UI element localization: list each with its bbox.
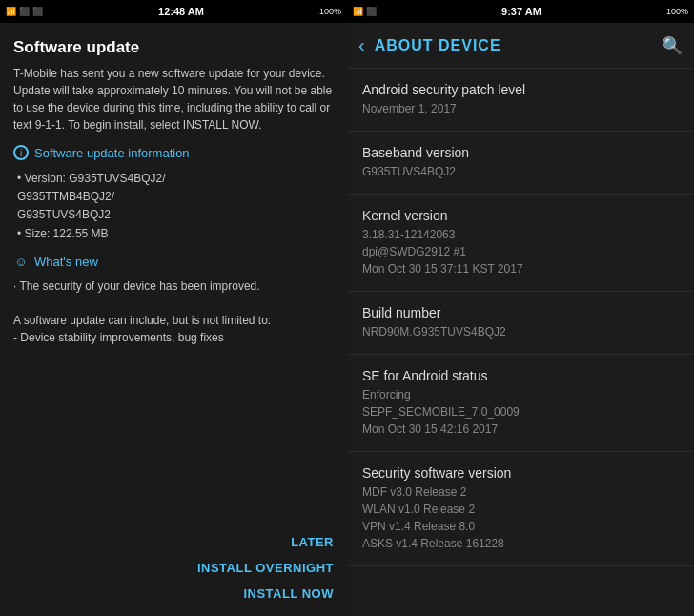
wifi-icon: ⬛: [19, 7, 30, 16]
info-item-value: November 1, 2017: [362, 100, 679, 117]
info-item-label: SE for Android status: [362, 368, 679, 383]
left-status-icons-right: 📶 ⬛: [353, 7, 377, 16]
info-item-value: NRD90M.G935TUVS4BQJ2: [362, 323, 679, 340]
right-panel: 📶 ⬛ 9:37 AM 100% ‹ ABOUT DEVICE 🔍 Androi…: [347, 0, 694, 616]
whats-new-body: · The security of your device has been i…: [13, 277, 334, 346]
wifi-icon-right: ⬛: [366, 7, 377, 16]
status-bar-right: 📶 ⬛ 9:37 AM 100%: [347, 0, 694, 23]
info-item-value: MDF v3.0 Release 2 WLAN v1.0 Release 2 V…: [362, 483, 679, 552]
info-item-label: Baseband version: [362, 145, 679, 160]
info-item-label: Security software version: [362, 465, 679, 481]
info-item-value: Enforcing SEPF_SECMOBILE_7.0_0009 Mon Oc…: [362, 386, 679, 438]
page-title: ABOUT DEVICE: [375, 37, 662, 54]
top-bar: ‹ ABOUT DEVICE 🔍: [347, 23, 694, 69]
info-item-value: 3.18.31-12142063 dpi@SWDG2912 #1 Mon Oct…: [362, 226, 679, 277]
left-status-icons: 📶 ⬛ ⬛: [6, 7, 43, 16]
time-left: 12:48 AM: [158, 6, 204, 17]
status-bar-left: 📶 ⬛ ⬛ 12:48 AM 100%: [0, 0, 347, 23]
info-item: Android security patch levelNovember 1, …: [347, 69, 694, 132]
right-status-icons-left: 100%: [319, 7, 341, 16]
software-update-title: Software update: [13, 38, 334, 57]
whats-new-section: ☺ What's new: [13, 255, 334, 270]
software-update-info-link[interactable]: i Software update information: [13, 145, 334, 160]
info-circle-icon: i: [13, 145, 29, 160]
bluetooth-icon: ⬛: [32, 7, 43, 16]
right-status-icons-right: 100%: [666, 7, 688, 16]
info-item: SE for Android statusEnforcing SEPF_SECM…: [347, 355, 694, 452]
action-buttons: LATER INSTALL OVERNIGHT INSTALL NOW: [0, 524, 347, 616]
info-item-value: G935TUVS4BQJ2: [362, 163, 679, 180]
battery-icon-right: 100%: [666, 7, 688, 16]
later-button[interactable]: LATER: [291, 531, 334, 553]
left-panel: 📶 ⬛ ⬛ 12:48 AM 100% Software update T-Mo…: [0, 0, 347, 616]
search-icon[interactable]: 🔍: [662, 35, 683, 56]
info-item: Security software versionMDF v3.0 Releas…: [347, 452, 694, 566]
install-overnight-button[interactable]: INSTALL OVERNIGHT: [197, 557, 334, 579]
battery-icon-left: 100%: [319, 7, 341, 16]
info-item: Kernel version3.18.31-12142063 dpi@SWDG2…: [347, 195, 694, 292]
info-item-label: Build number: [362, 305, 679, 320]
about-device-list: Android security patch levelNovember 1, …: [347, 69, 694, 616]
signal-icon: 📶: [6, 7, 16, 16]
info-item: Build numberNRD90M.G935TUVS4BQJ2: [347, 292, 694, 355]
whats-new-icon: ☺: [13, 255, 29, 270]
back-button[interactable]: ‹: [358, 34, 365, 56]
info-item-label: Kernel version: [362, 208, 679, 223]
info-link-label: Software update information: [34, 146, 190, 160]
install-now-button[interactable]: INSTALL NOW: [243, 583, 334, 605]
bullet-items: • Version: G935TUVS4BQJ2/ G935TTMB4BQJ2/…: [13, 170, 334, 243]
software-update-body: T-Mobile has sent you a new software upd…: [13, 65, 334, 133]
signal-icon-right: 📶: [353, 7, 363, 16]
info-item-label: Android security patch level: [362, 82, 679, 97]
info-item: Baseband versionG935TUVS4BQJ2: [347, 132, 694, 195]
time-right: 9:37 AM: [501, 6, 541, 17]
whats-new-label: What's new: [34, 255, 98, 269]
